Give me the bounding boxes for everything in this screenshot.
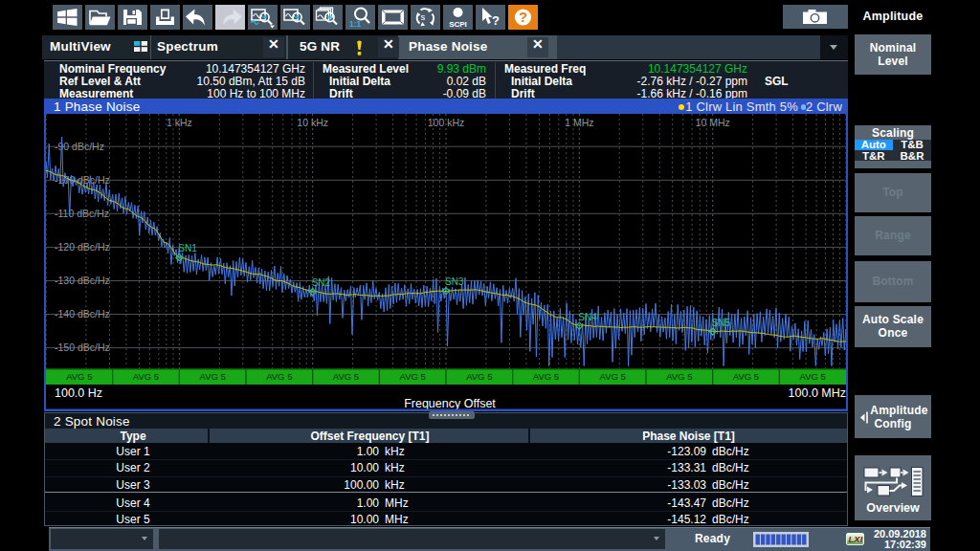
svg-text:SN4: SN4 xyxy=(578,312,597,322)
svg-text:AVG 5: AVG 5 xyxy=(333,371,359,382)
svg-text:AVG 5: AVG 5 xyxy=(600,371,626,382)
svg-text:AVG 5: AVG 5 xyxy=(133,371,159,382)
svg-text:1:1: 1:1 xyxy=(349,19,362,29)
svg-text:SN1: SN1 xyxy=(178,243,197,253)
svg-text:-110 dBc/Hz: -110 dBc/Hz xyxy=(55,208,109,219)
svg-text:1 MHz: 1 MHz xyxy=(565,117,593,128)
svg-text:SCPI: SCPI xyxy=(449,20,467,29)
svg-text:SN5: SN5 xyxy=(712,318,731,328)
svg-text:?: ? xyxy=(492,13,500,28)
svg-text:AVG 5: AVG 5 xyxy=(200,371,226,382)
svg-text:100.0 Hz: 100.0 Hz xyxy=(55,386,102,400)
svg-text:10 kHz: 10 kHz xyxy=(297,117,328,128)
svg-text:100 kHz: 100 kHz xyxy=(428,117,465,128)
svg-text:AVG 5: AVG 5 xyxy=(533,371,559,382)
svg-text:AVG 5: AVG 5 xyxy=(400,371,426,382)
svg-text:-140 dBc/Hz: -140 dBc/Hz xyxy=(55,308,110,320)
svg-text:SN3: SN3 xyxy=(445,276,464,287)
svg-text:AVG 5: AVG 5 xyxy=(800,371,826,382)
svg-text:10 MHz: 10 MHz xyxy=(696,117,730,128)
svg-text:1 kHz: 1 kHz xyxy=(167,117,192,128)
svg-text:SN2: SN2 xyxy=(312,277,331,288)
svg-text:?: ? xyxy=(519,9,527,25)
svg-text:100.0 MHz: 100.0 MHz xyxy=(789,386,846,400)
svg-text:Frequency Offset: Frequency Offset xyxy=(404,397,496,410)
svg-text:AVG 5: AVG 5 xyxy=(666,371,692,382)
svg-text:-120 dBc/Hz: -120 dBc/Hz xyxy=(55,241,110,253)
svg-text:AVG 5: AVG 5 xyxy=(733,371,759,382)
svg-text:s: s xyxy=(421,11,426,22)
svg-text:-150 dBc/Hz: -150 dBc/Hz xyxy=(55,342,110,353)
svg-text:-130 dBc/Hz: -130 dBc/Hz xyxy=(55,275,110,286)
svg-text:AVG 5: AVG 5 xyxy=(266,371,292,382)
svg-text:AVG 5: AVG 5 xyxy=(466,371,492,382)
svg-text:AVG 5: AVG 5 xyxy=(66,371,92,382)
